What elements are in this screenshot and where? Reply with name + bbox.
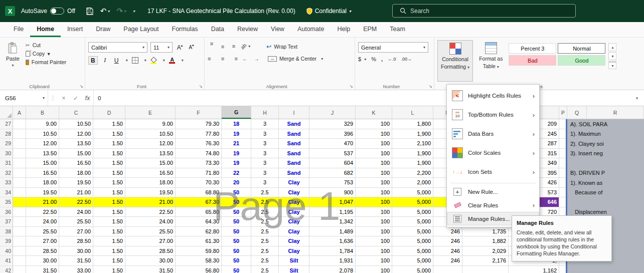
cell-L36[interactable]: 5,000 [392, 207, 433, 217]
cell-H38[interactable]: 2.5 [251, 227, 279, 237]
cell-E35[interactable]: 21.00 [125, 197, 176, 207]
cell-I31[interactable]: Sand [279, 158, 309, 168]
tab-epm[interactable]: EPM [357, 22, 383, 37]
cell-C35[interactable]: 22.50 [59, 197, 93, 207]
cell-I37[interactable]: Clay [279, 217, 309, 227]
cell-D28[interactable]: 1.50 [93, 129, 125, 139]
cell-G28[interactable]: 19 [222, 129, 251, 139]
cell-B30[interactable]: 13.50 [26, 149, 59, 159]
insert-function-button[interactable]: fx [82, 90, 94, 106]
cell-E28[interactable]: 10.50 [125, 129, 176, 139]
cell-B37[interactable]: 24.00 [26, 217, 59, 227]
cell-J42[interactable]: 2,078 [309, 266, 356, 273]
cell-F36[interactable]: 65.80 [176, 207, 222, 217]
cell-L34[interactable]: 5,000 [392, 188, 433, 198]
cell-H28[interactable]: 3 [251, 129, 279, 139]
cell-D37[interactable]: 1.50 [93, 217, 125, 227]
cell-K29[interactable]: 100 [356, 139, 392, 149]
cell-H35[interactable]: 2.5 [251, 197, 279, 207]
cell-G31[interactable]: 19 [222, 158, 251, 168]
cell-F27[interactable]: 79.30 [176, 119, 222, 129]
gallery-scroll-up-button[interactable]: ▴ [608, 43, 616, 51]
cell-L33[interactable]: 2,000 [392, 178, 433, 188]
cell-L30[interactable]: 1,900 [392, 149, 433, 159]
cell-E34[interactable]: 19.50 [125, 188, 176, 198]
cell-F29[interactable]: 76.30 [176, 139, 222, 149]
align-right-button[interactable]: ≡ [230, 56, 238, 62]
cell-M39[interactable]: 246 [433, 236, 462, 246]
cell-B42[interactable]: 31.50 [26, 266, 59, 273]
cell-K30[interactable]: 100 [356, 149, 392, 159]
cell-G30[interactable]: 19 [222, 149, 251, 159]
cell-H34[interactable]: 2.5 [251, 188, 279, 198]
cell-L41[interactable]: 5,000 [392, 256, 433, 266]
column-header-B[interactable]: B [26, 106, 59, 119]
cell-G42[interactable]: 50 [222, 266, 251, 273]
expand-formula-bar-button[interactable]: ▾ [630, 90, 644, 106]
cell-K40[interactable]: 100 [356, 246, 392, 256]
cell-C27[interactable]: 10.50 [59, 119, 93, 129]
cell-C37[interactable]: 25.50 [59, 217, 93, 227]
cell-I41[interactable]: Silt [279, 256, 309, 266]
cell-N39[interactable]: 1,882 [462, 236, 509, 246]
cell-A28[interactable] [13, 129, 26, 139]
cell-B35[interactable]: 21.00 [26, 197, 59, 207]
cell-I42[interactable]: Silt [279, 266, 309, 273]
cell-C29[interactable]: 13.50 [59, 139, 93, 149]
center-button[interactable]: ≡ [219, 56, 227, 62]
cell-L38[interactable]: 5,000 [392, 227, 433, 237]
cell-J27[interactable]: 329 [309, 119, 356, 129]
excel-app-icon[interactable]: X [5, 6, 15, 16]
column-header-E[interactable]: E [125, 106, 176, 119]
cell-K37[interactable]: 100 [356, 217, 392, 227]
row-header-40[interactable]: 40 [0, 246, 13, 256]
cell-G38[interactable]: 50 [222, 227, 251, 237]
column-header-H[interactable]: H [251, 106, 279, 119]
cell-G27[interactable]: 18 [222, 119, 251, 129]
middle-align-button[interactable]: ≡ [219, 44, 227, 50]
cell-D40[interactable]: 1.50 [93, 246, 125, 256]
tab-formulas[interactable]: Formulas [166, 22, 205, 37]
cell-B32[interactable]: 16.50 [26, 168, 59, 178]
column-header-L[interactable]: L [392, 106, 433, 119]
cell-J40[interactable]: 1,784 [309, 246, 356, 256]
menu-item-clear-rules[interactable]: Clear Rules› [447, 198, 539, 212]
cell-C32[interactable]: 18.00 [59, 168, 93, 178]
cell-F35[interactable]: 67.30 [176, 197, 222, 207]
cell-N38[interactable]: 1,735 [462, 227, 509, 237]
cell-H40[interactable]: 2.5 [251, 246, 279, 256]
underline-button[interactable]: U [112, 56, 121, 65]
cell-H32[interactable]: 3 [251, 168, 279, 178]
cell-C41[interactable]: 31.50 [59, 256, 93, 266]
cell-M38[interactable]: 246 [433, 227, 462, 237]
cell-G41[interactable]: 50 [222, 256, 251, 266]
clipboard-dialog-launcher[interactable]: ↘ [79, 84, 83, 89]
cell-I32[interactable]: Sand [279, 168, 309, 178]
menu-item-top-bottom-rules[interactable]: 10Top/Bottom Rules› [447, 105, 539, 124]
menu-item-new-rule[interactable]: +New Rule... [447, 185, 539, 198]
cell-E33[interactable]: 18.00 [125, 178, 176, 188]
column-header-D[interactable]: D [93, 106, 125, 119]
cell-J37[interactable]: 1,342 [309, 217, 356, 227]
undo-button[interactable]: ↶▾ [97, 4, 113, 19]
cell-K35[interactable]: 100 [356, 197, 392, 207]
cell-M42[interactable] [433, 266, 462, 273]
cell-H31[interactable]: 3 [251, 158, 279, 168]
cell-F34[interactable]: 68.80 [176, 188, 222, 198]
cell-I30[interactable]: Sand [279, 149, 309, 159]
decrease-decimal-button[interactable]: .00→ [401, 57, 412, 62]
tab-review[interactable]: Review [231, 22, 264, 37]
cell-C30[interactable]: 15.00 [59, 149, 93, 159]
cell-K41[interactable]: 100 [356, 256, 392, 266]
cell-L40[interactable]: 5,000 [392, 246, 433, 256]
cell-D35[interactable]: 1.50 [93, 197, 125, 207]
cell-K28[interactable]: 100 [356, 129, 392, 139]
cell-K31[interactable]: 100 [356, 158, 392, 168]
align-left-button[interactable]: ≡ [208, 56, 216, 62]
tab-draw[interactable]: Draw [89, 22, 117, 37]
column-header-C[interactable]: C [59, 106, 93, 119]
cell-A42[interactable] [13, 266, 26, 273]
cell-K36[interactable]: 100 [356, 207, 392, 217]
row-header-30[interactable]: 30 [0, 149, 13, 159]
cell-style-bad[interactable]: Bad [509, 55, 556, 66]
